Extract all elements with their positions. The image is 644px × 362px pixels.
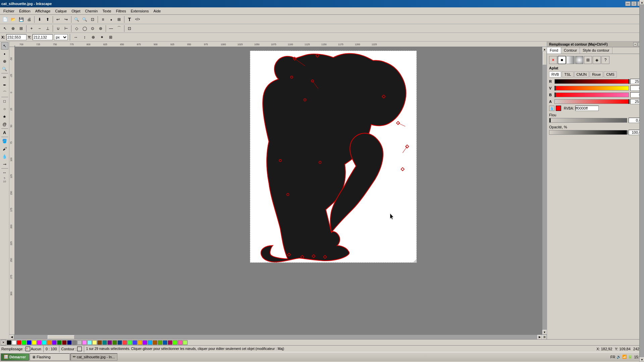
flip-v-btn[interactable]: ↕ bbox=[81, 34, 88, 41]
palette-color-1[interactable] bbox=[12, 340, 16, 345]
fill-unknown-btn[interactable]: ? bbox=[601, 56, 609, 64]
palette-color-28[interactable] bbox=[148, 340, 152, 345]
fill-none-btn[interactable]: × bbox=[549, 56, 557, 64]
new-button[interactable]: 📄 bbox=[1, 16, 9, 23]
undo-button[interactable]: ↩ bbox=[54, 16, 62, 23]
palette-color-26[interactable] bbox=[138, 340, 142, 345]
palette-color-25[interactable] bbox=[132, 340, 137, 345]
tab-cmjn[interactable]: CMJN bbox=[574, 71, 589, 77]
node-auto-btn[interactable]: ⊛ bbox=[97, 25, 104, 32]
palette-color-30[interactable] bbox=[158, 340, 162, 345]
palette-color-34[interactable] bbox=[178, 340, 182, 345]
star-tool[interactable]: ★ bbox=[1, 113, 8, 120]
palette-color-21[interactable] bbox=[112, 340, 117, 345]
zoom-out-button[interactable]: 🔍 bbox=[73, 16, 80, 23]
zoom-fit-button[interactable]: ⊡ bbox=[89, 16, 96, 23]
menu-fichier[interactable]: Fichier bbox=[1, 8, 16, 14]
measure-tool[interactable]: ↔ bbox=[1, 169, 8, 176]
taskbar-item-flashing[interactable]: 🖥 Flashing bbox=[30, 353, 70, 361]
node-symmetric-btn[interactable]: ⊙ bbox=[89, 25, 96, 32]
node-curve-btn[interactable]: ⌒ bbox=[115, 25, 123, 32]
pencil-tool[interactable]: ✏ bbox=[1, 74, 8, 81]
tab-style-contour[interactable]: Style du contour bbox=[580, 47, 612, 54]
snap2-btn[interactable]: ✦ bbox=[98, 34, 106, 41]
zoom-tool[interactable]: 🔍 bbox=[1, 65, 8, 73]
menu-affichage[interactable]: Affichage bbox=[33, 8, 53, 14]
menu-extensions[interactable]: Extensions bbox=[129, 8, 151, 14]
tab-contour[interactable]: Contour bbox=[561, 47, 580, 54]
pen-tool[interactable]: ✒ bbox=[1, 81, 8, 89]
panel-scrollbar[interactable]: ▲ ▼ bbox=[639, 42, 644, 339]
vertical-scrollbar[interactable]: ▲ ▼ bbox=[542, 47, 547, 335]
node-join-btn[interactable]: ∪ bbox=[54, 25, 62, 32]
palette-color-31[interactable] bbox=[163, 340, 167, 345]
h-scroll-thumb[interactable] bbox=[48, 335, 74, 339]
palette-color-35[interactable] bbox=[183, 340, 187, 345]
palette-color-7[interactable] bbox=[42, 340, 47, 345]
save-button[interactable]: 💾 bbox=[17, 16, 25, 23]
fill-linear-btn[interactable] bbox=[567, 56, 575, 64]
v-slider-container[interactable] bbox=[554, 86, 629, 90]
palette-color-23[interactable] bbox=[122, 340, 127, 345]
spiral-tool[interactable]: @ bbox=[1, 121, 8, 128]
tab-cms[interactable]: CMS bbox=[604, 71, 616, 77]
text-btn[interactable]: T bbox=[126, 16, 133, 23]
blur-handle[interactable] bbox=[549, 118, 551, 122]
scroll-down-btn[interactable]: ▼ bbox=[542, 330, 547, 335]
palette-color-13[interactable] bbox=[72, 340, 77, 345]
minimize-button[interactable]: — bbox=[625, 1, 631, 6]
node-add-btn[interactable]: + bbox=[28, 25, 35, 32]
palette-color-8[interactable] bbox=[47, 340, 52, 345]
scroll-right-btn[interactable]: ▶ bbox=[537, 335, 542, 340]
node-tool[interactable]: ⬧ bbox=[1, 50, 8, 57]
hex-input[interactable] bbox=[575, 106, 599, 111]
tab-tsl[interactable]: TSL bbox=[562, 71, 573, 77]
b-slider-container[interactable] bbox=[554, 93, 629, 97]
node-break-btn[interactable]: ⊥ bbox=[44, 25, 51, 32]
node-split-btn[interactable]: ⊢ bbox=[62, 25, 70, 32]
node-smooth-btn[interactable]: ◯ bbox=[81, 25, 88, 32]
palette-color-17[interactable] bbox=[92, 340, 97, 345]
fill-tool[interactable]: 🪣 bbox=[1, 137, 8, 145]
fill-pattern-btn[interactable]: ⊞ bbox=[584, 56, 592, 64]
horizontal-scrollbar[interactable]: ◀ ▶ ⊞ bbox=[9, 335, 547, 339]
unit-select[interactable]: px mm cm pt bbox=[54, 34, 68, 40]
palette-color-11[interactable] bbox=[62, 340, 67, 345]
print-button[interactable]: 🖨 bbox=[25, 16, 33, 23]
palette-color-33[interactable] bbox=[173, 340, 177, 345]
palette-color-2[interactable] bbox=[17, 340, 21, 345]
palette-color-4[interactable] bbox=[27, 340, 32, 345]
import-button[interactable]: ⬇ bbox=[36, 16, 43, 23]
menu-aide[interactable]: Aide bbox=[151, 8, 163, 14]
tweak-tool[interactable]: ⊕ bbox=[1, 58, 8, 65]
r-slider-container[interactable] bbox=[554, 79, 629, 84]
palette-color-12[interactable] bbox=[67, 340, 72, 345]
b-slider-handle[interactable] bbox=[554, 93, 556, 97]
text-tool[interactable]: A bbox=[1, 129, 8, 136]
palette-color-19[interactable] bbox=[102, 340, 107, 345]
node-show-btn[interactable]: ⊡ bbox=[126, 25, 133, 32]
a-slider-container[interactable] bbox=[554, 99, 629, 104]
menu-edition[interactable]: Édition bbox=[17, 8, 33, 14]
menu-objet[interactable]: Objet bbox=[69, 8, 82, 14]
export-button[interactable]: ⬆ bbox=[44, 16, 51, 23]
panel-minimize-btn[interactable]: − bbox=[633, 42, 637, 46]
tab-roue[interactable]: Roue bbox=[590, 71, 603, 77]
y-input[interactable] bbox=[33, 34, 53, 40]
node-line-btn[interactable]: — bbox=[107, 25, 115, 32]
color-eyedrop-btn[interactable]: 💧 bbox=[549, 106, 554, 111]
eyedrop-tool[interactable]: 💧 bbox=[1, 153, 8, 160]
connector-tool[interactable]: ⊸ bbox=[1, 161, 8, 168]
canvas-area[interactable] bbox=[15, 47, 542, 335]
snap-btn[interactable]: ⊕ bbox=[90, 34, 97, 41]
scroll-up-btn[interactable]: ▲ bbox=[542, 47, 547, 52]
node-button[interactable]: ⬧ bbox=[107, 16, 115, 23]
fill-swatch-btn[interactable]: ◈ bbox=[593, 56, 601, 64]
redo-button[interactable]: ↪ bbox=[62, 16, 70, 23]
palette-no-color[interactable]: ✕ bbox=[1, 340, 6, 345]
transform-button[interactable]: ⊞ bbox=[115, 16, 123, 23]
h-scroll-track[interactable] bbox=[14, 335, 537, 340]
scroll-thumb[interactable] bbox=[543, 52, 547, 65]
flip-h-btn[interactable]: ↔ bbox=[72, 34, 79, 41]
node-corner-btn[interactable]: ◇ bbox=[73, 25, 80, 32]
